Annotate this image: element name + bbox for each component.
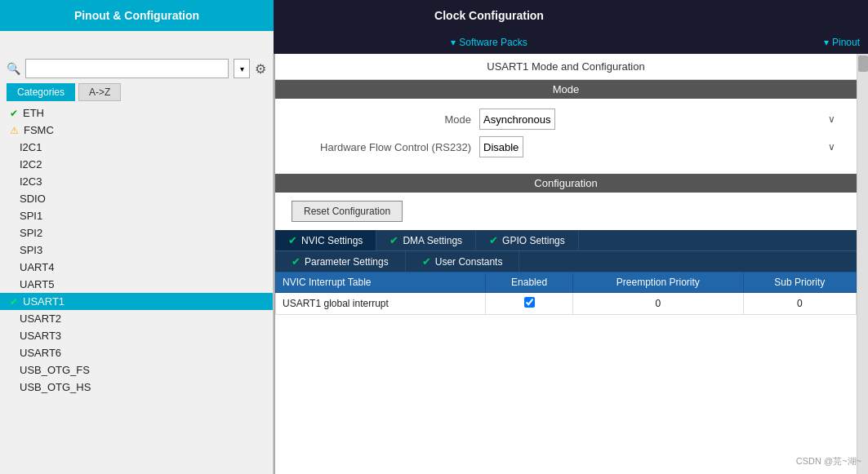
enabled-checkbox[interactable] bbox=[524, 297, 535, 308]
watermark: CSDN @芫~湖~ bbox=[796, 455, 861, 467]
tab-az[interactable]: A->Z bbox=[78, 83, 121, 101]
pinout-btn[interactable]: ▾ Pinout bbox=[705, 31, 868, 54]
sidebar-item-USART3[interactable]: USART3 bbox=[0, 327, 273, 344]
hw-flow-select-wrap: Disable bbox=[479, 136, 840, 157]
pinout-label: Pinout bbox=[832, 37, 860, 48]
software-packs-label: Software Packs bbox=[459, 37, 527, 48]
config-tabs-row1: ✔ NVIC Settings ✔ DMA Settings ✔ GPIO Se… bbox=[275, 230, 857, 250]
parameter-settings-label: Parameter Settings bbox=[305, 256, 389, 268]
config-section-header: Configuration bbox=[275, 174, 857, 193]
sidebar-item-UART5[interactable]: UART5 bbox=[0, 276, 273, 293]
nav-list: ✔ ETH ⚠ FSMC I2C1 I2C2 I2C3 bbox=[0, 104, 273, 474]
pinout-config-label: Pinout & Configuration bbox=[74, 9, 199, 22]
mode-row: Mode Asynchronous bbox=[292, 109, 840, 130]
gpio-settings-label: GPIO Settings bbox=[502, 235, 565, 246]
tab-nvic-settings[interactable]: ✔ NVIC Settings bbox=[275, 230, 376, 250]
col-preemption: Preemption Priority bbox=[573, 272, 743, 293]
col-interrupt-name: NVIC Interrupt Table bbox=[276, 272, 486, 293]
gear-icon[interactable]: ⚙ bbox=[255, 61, 266, 77]
col-enabled: Enabled bbox=[486, 272, 573, 293]
enabled-cell[interactable] bbox=[486, 293, 573, 315]
check-icon-dma: ✔ bbox=[389, 234, 398, 246]
top-header: Pinout & Configuration Clock Configurati… bbox=[0, 0, 868, 31]
preemption-cell: 0 bbox=[573, 293, 743, 315]
check-icon-user: ✔ bbox=[422, 255, 431, 268]
config-section: Configuration Reset Configuration ✔ NVIC… bbox=[275, 174, 857, 474]
reset-btn-row: Reset Configuration bbox=[275, 193, 857, 230]
sidebar-item-SPI1[interactable]: SPI1 bbox=[0, 207, 273, 224]
sidebar-item-SPI2[interactable]: SPI2 bbox=[0, 224, 273, 241]
check-icon-param: ✔ bbox=[292, 255, 300, 268]
check-icon: ✔ bbox=[10, 108, 18, 119]
sidebar-item-ETH[interactable]: ✔ ETH bbox=[0, 104, 273, 122]
tab-gpio-settings[interactable]: ✔ GPIO Settings bbox=[476, 230, 579, 250]
table-row: USART1 global interrupt 0 0 bbox=[276, 293, 857, 315]
sidebar-item-SPI3[interactable]: SPI3 bbox=[0, 241, 273, 259]
search-icon: 🔍 bbox=[7, 62, 20, 75]
sidebar-item-USB_OTG_HS[interactable]: USB_OTG_HS bbox=[0, 379, 273, 396]
reset-config-button[interactable]: Reset Configuration bbox=[292, 201, 403, 222]
user-constants-label: User Constants bbox=[435, 256, 503, 268]
right-scrollbar[interactable] bbox=[857, 54, 868, 474]
search-dropdown-btn[interactable]: ▾ bbox=[234, 59, 250, 78]
dma-settings-label: DMA Settings bbox=[403, 235, 462, 246]
sidebar-item-I2C3[interactable]: I2C3 bbox=[0, 173, 273, 190]
sidebar-item-I2C1[interactable]: I2C1 bbox=[0, 139, 273, 156]
main-content: 🔍 ▾ ⚙ Categories A->Z ✔ ETH bbox=[0, 54, 868, 474]
interrupt-name-cell: USART1 global interrupt bbox=[276, 293, 486, 315]
config-tabs-row2: ✔ Parameter Settings ✔ User Constants bbox=[275, 250, 857, 272]
sidebar-item-UART4[interactable]: UART4 bbox=[0, 259, 273, 276]
nvic-settings-label: NVIC Settings bbox=[301, 235, 363, 246]
nvic-table-section: NVIC Interrupt Table Enabled Preemption … bbox=[275, 272, 857, 474]
mode-select-wrap: Asynchronous bbox=[479, 109, 840, 130]
table-header-row: NVIC Interrupt Table Enabled Preemption … bbox=[276, 272, 857, 293]
table-body: USART1 global interrupt 0 0 bbox=[276, 293, 857, 315]
header-right bbox=[705, 0, 868, 31]
mode-select[interactable]: Asynchronous bbox=[479, 109, 555, 130]
chevron-down-icon-2: ▾ bbox=[824, 37, 829, 48]
sidebar-item-SDIO[interactable]: SDIO bbox=[0, 190, 273, 207]
clock-config-label: Clock Configuration bbox=[434, 9, 544, 22]
col-sub-priority: Sub Priority bbox=[743, 272, 856, 293]
pinout-config-tab[interactable]: Pinout & Configuration bbox=[0, 0, 274, 31]
hw-flow-row: Hardware Flow Control (RS232) Disable bbox=[292, 136, 840, 157]
clock-config-tab[interactable]: Clock Configuration bbox=[274, 0, 705, 31]
tab-parameter-settings[interactable]: ✔ Parameter Settings bbox=[275, 251, 406, 272]
panel-title: USART1 Mode and Configuration bbox=[275, 54, 857, 80]
sidebar-item-USART1[interactable]: ✔ USART1 bbox=[0, 293, 273, 310]
mode-label: Mode bbox=[292, 113, 471, 126]
nvic-table: NVIC Interrupt Table Enabled Preemption … bbox=[275, 272, 857, 315]
sidebar-item-I2C2[interactable]: I2C2 bbox=[0, 156, 273, 173]
tab-categories[interactable]: Categories bbox=[7, 83, 75, 101]
sidebar-item-USB_OTG_FS[interactable]: USB_OTG_FS bbox=[0, 361, 273, 379]
warn-icon: ⚠ bbox=[10, 125, 19, 136]
sidebar-item-USART6[interactable]: USART6 bbox=[0, 344, 273, 361]
check-icon-gpio: ✔ bbox=[489, 234, 498, 246]
hw-flow-select[interactable]: Disable bbox=[479, 136, 523, 157]
check-icon-nvic: ✔ bbox=[288, 234, 297, 246]
sub-priority-cell: 0 bbox=[743, 293, 856, 315]
tab-user-constants[interactable]: ✔ User Constants bbox=[406, 251, 520, 272]
mode-section-header: Mode bbox=[275, 80, 857, 99]
tab-dma-settings[interactable]: ✔ DMA Settings bbox=[376, 230, 476, 250]
search-input[interactable] bbox=[25, 59, 229, 78]
check-icon-selected: ✔ bbox=[10, 296, 18, 308]
scrollbar-thumb[interactable] bbox=[858, 55, 868, 72]
sidebar-item-USART2[interactable]: USART2 bbox=[0, 310, 273, 327]
sidebar: 🔍 ▾ ⚙ Categories A->Z ✔ ETH bbox=[0, 54, 274, 474]
mode-section: Mode Asynchronous Hardware Flow Control … bbox=[275, 99, 857, 174]
sub-header-left bbox=[0, 31, 274, 54]
sub-header: ▾ Software Packs ▾ Pinout bbox=[0, 31, 868, 54]
category-tabs: Categories A->Z bbox=[0, 83, 273, 101]
hw-flow-label: Hardware Flow Control (RS232) bbox=[292, 141, 471, 153]
search-bar: 🔍 ▾ ⚙ bbox=[0, 54, 273, 83]
chevron-down-icon: ▾ bbox=[451, 37, 456, 48]
right-panel: USART1 Mode and Configuration Mode Mode … bbox=[275, 54, 857, 474]
software-packs-btn[interactable]: ▾ Software Packs bbox=[274, 31, 705, 54]
sidebar-item-FSMC[interactable]: ⚠ FSMC bbox=[0, 122, 273, 139]
